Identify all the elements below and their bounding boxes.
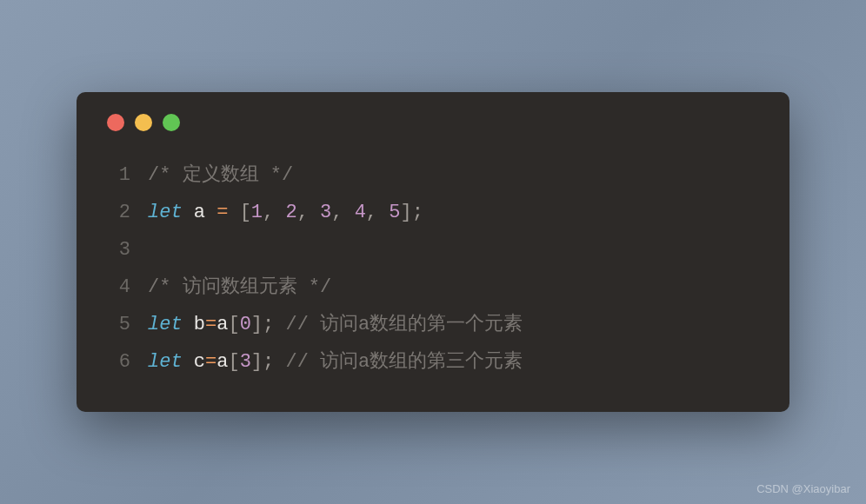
- code-token: [228, 202, 239, 223]
- code-token: b: [183, 314, 205, 335]
- code-token: let: [148, 314, 183, 335]
- code-line: 6let c=a[3]; // 访问a数组的第三个元素: [103, 344, 763, 381]
- code-line: 2let a = [1, 2, 3, 4, 5];: [103, 195, 763, 232]
- code-token: a: [216, 314, 228, 335]
- code-token: // 访问a数组的第一个元素: [285, 314, 523, 335]
- code-token: [: [228, 314, 239, 335]
- code-token: c: [183, 351, 205, 373]
- code-token: /* 访问数组元素 */: [148, 276, 331, 298]
- code-token: /* 定义数组 */: [148, 164, 293, 186]
- code-token: // 访问a数组的第三个元素: [285, 351, 523, 373]
- line-content: let b=a[0]; // 访问a数组的第一个元素: [148, 307, 523, 344]
- maximize-icon[interactable]: [163, 114, 180, 131]
- code-token: ];: [251, 314, 286, 335]
- code-token: let: [148, 202, 183, 223]
- code-token: ,: [263, 202, 285, 223]
- code-token: ,: [366, 202, 389, 223]
- code-token: 4: [355, 202, 366, 223]
- line-number: 5: [103, 307, 130, 344]
- code-token: [: [228, 351, 239, 373]
- code-token: ,: [331, 202, 354, 223]
- code-token: 1: [251, 202, 263, 223]
- code-token: 3: [240, 351, 251, 373]
- line-content: /* 访问数组元素 */: [148, 269, 331, 307]
- line-number: 4: [103, 269, 130, 307]
- code-token: 5: [389, 202, 400, 223]
- watermark: CSDN @Xiaoyibar: [756, 482, 850, 495]
- line-number: 6: [103, 344, 130, 381]
- line-number: 2: [103, 195, 130, 232]
- code-token: a: [216, 351, 228, 373]
- code-token: =: [216, 202, 228, 223]
- code-token: 0: [240, 314, 251, 335]
- code-line: 1/* 定义数组 */: [103, 157, 763, 195]
- code-token: [: [240, 202, 251, 223]
- code-token: =: [205, 351, 216, 373]
- minimize-icon[interactable]: [135, 114, 152, 131]
- code-token: ];: [400, 202, 423, 223]
- code-line: 4/* 访问数组元素 */: [103, 269, 763, 307]
- code-line: 5let b=a[0]; // 访问a数组的第一个元素: [103, 307, 763, 344]
- code-token: ,: [297, 202, 320, 223]
- code-token: let: [148, 351, 183, 373]
- code-token: =: [205, 314, 216, 335]
- line-content: let a = [1, 2, 3, 4, 5];: [148, 195, 423, 232]
- editor-window: 1/* 定义数组 */2let a = [1, 2, 3, 4, 5];3 4/…: [77, 92, 789, 411]
- code-token: 2: [285, 202, 296, 223]
- code-token: a: [183, 202, 217, 223]
- line-number: 1: [103, 157, 130, 195]
- line-content: let c=a[3]; // 访问a数组的第三个元素: [148, 344, 523, 381]
- code-line: 3: [103, 232, 763, 269]
- close-icon[interactable]: [107, 114, 124, 131]
- window-controls: [103, 114, 763, 131]
- code-token: ];: [251, 351, 286, 373]
- line-content: [148, 232, 159, 269]
- line-content: /* 定义数组 */: [148, 157, 293, 195]
- code-token: 3: [320, 202, 331, 223]
- line-number: 3: [103, 232, 130, 269]
- code-area: 1/* 定义数组 */2let a = [1, 2, 3, 4, 5];3 4/…: [103, 157, 763, 381]
